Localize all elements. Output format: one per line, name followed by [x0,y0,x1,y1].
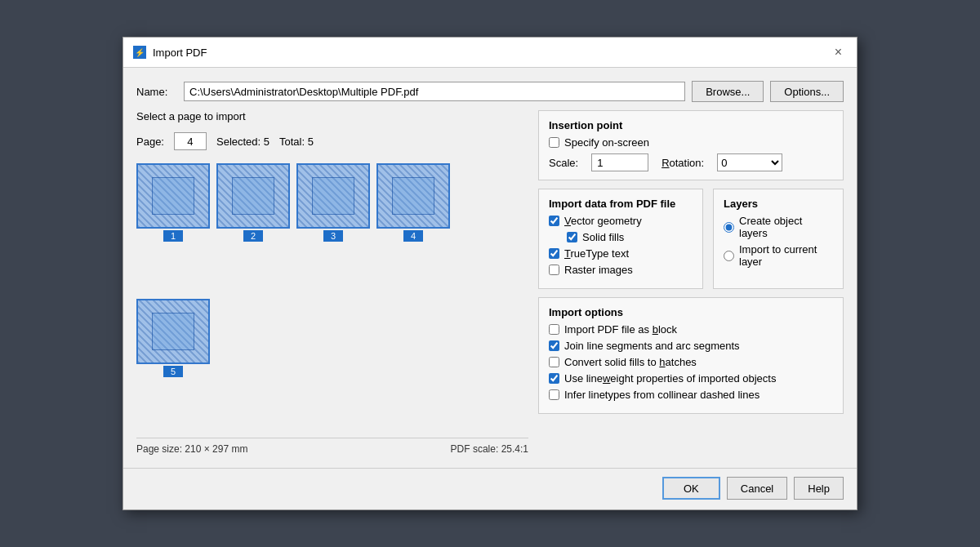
page-label: Page: [136,136,164,148]
pdf-scale-text: PDF scale: 25.4:1 [451,443,528,455]
solid-fills-label: Solid fills [582,231,624,243]
page-size-bar: Page size: 210 × 297 mm PDF scale: 25.4:… [136,438,528,455]
name-row: Name: Browse... Options... [136,81,844,102]
thumb-label-1: 1 [163,230,183,242]
infer-label: Infer linetypes from collinear dashed li… [564,389,760,401]
import-data-section: Import data from PDF file Vector geometr… [538,189,703,289]
truetype-checkbox[interactable] [549,248,559,259]
vector-checkbox[interactable] [549,216,559,226]
solid-fills-checkbox[interactable] [567,232,577,242]
import-data-title: Import data from PDF file [549,198,693,210]
as-block-label: Import PDF file as block [564,323,677,336]
thumb-label-2: 2 [243,230,263,242]
convert-fills-row: Convert solid fills to hatches [549,356,833,368]
import-data-layers-row: Import data from PDF file Vector geometr… [538,189,844,289]
right-panel: Insertion point Specify on-screen Scale:… [538,110,844,455]
as-block-row: Import PDF file as block [549,323,833,336]
name-input[interactable] [184,82,685,101]
app-icon: ⚡ [133,46,146,59]
raster-row: Raster images [549,264,693,276]
as-block-checkbox[interactable] [549,324,559,335]
thumbnail-3[interactable]: 3 [296,163,370,292]
import-current-label: Import to current layer [739,243,833,268]
cancel-button[interactable]: Cancel [727,477,787,500]
lineweight-checkbox[interactable] [549,373,559,384]
browse-button[interactable]: Browse... [692,81,764,102]
title-bar: ⚡ Import PDF × [123,38,857,68]
dialog-footer: OK Cancel Help [123,468,857,509]
insertion-point-title: Insertion point [549,119,833,131]
left-panel: Select a page to import Page: Selected: … [136,110,528,455]
insertion-point-section: Insertion point Specify on-screen Scale:… [538,110,844,180]
scale-rotation-row: Scale: Rotation: 0 90 180 270 [549,153,833,171]
page-number-input[interactable] [174,132,207,150]
join-segments-label: Join line segments and arc segments [564,340,740,352]
vector-label: Vector geometry [564,215,642,227]
thumbnails-grid: 1 2 3 [136,163,528,428]
layers-title: Layers [724,198,833,210]
import-options-section: Import options Import PDF file as block … [538,297,844,414]
thumbnail-2[interactable]: 2 [216,163,290,292]
truetype-label: TrueType text [564,247,629,260]
options-button[interactable]: Options... [770,81,844,102]
rotation-label: Rotation: [662,157,704,169]
rotation-select[interactable]: 0 90 180 270 [717,153,782,171]
ok-button[interactable]: OK [662,477,720,500]
specify-checkbox[interactable] [549,137,559,148]
raster-checkbox[interactable] [549,265,559,275]
thumbnail-5[interactable]: 5 [136,299,210,428]
main-content: Select a page to import Page: Selected: … [136,110,844,455]
thumb-label-5: 5 [163,366,183,377]
selected-count: Selected: 5 [216,136,270,148]
specify-row: Specify on-screen [549,136,833,149]
thumb-img-3 [296,163,370,229]
import-pdf-dialog: ⚡ Import PDF × Name: Browse... Options..… [122,37,858,510]
title-bar-left: ⚡ Import PDF [133,46,207,59]
lineweight-row: Use lineweight properties of imported ob… [549,372,833,385]
close-button[interactable]: × [830,44,847,60]
dialog-title: Import PDF [153,47,207,59]
scale-input[interactable] [591,153,648,171]
specify-label: Specify on-screen [564,136,649,149]
infer-row: Infer linetypes from collinear dashed li… [549,389,833,401]
create-layers-row: Create object layers [724,215,833,239]
create-layers-radio[interactable] [724,222,734,233]
convert-fills-checkbox[interactable] [549,357,559,367]
thumb-img-4 [376,163,450,229]
join-segments-row: Join line segments and arc segments [549,340,833,352]
name-label: Name: [136,86,177,98]
help-button[interactable]: Help [794,477,844,500]
join-segments-checkbox[interactable] [549,340,559,351]
truetype-row: TrueType text [549,247,693,260]
layers-section: Layers Create object layers Import to cu… [713,189,844,289]
thumb-img-2 [216,163,290,229]
vector-row: Vector geometry [549,215,693,227]
page-size-text: Page size: 210 × 297 mm [136,443,247,455]
raster-label: Raster images [564,264,633,276]
thumbnail-4[interactable]: 4 [376,163,450,292]
thumb-label-3: 3 [323,230,343,242]
thumbnail-1[interactable]: 1 [136,163,210,292]
select-page-label: Select a page to import [136,110,528,122]
solid-fills-row: Solid fills [567,231,693,243]
create-layers-label: Create object layers [739,215,833,239]
dialog-body: Name: Browse... Options... Select a page… [123,68,857,468]
import-current-row: Import to current layer [724,243,833,268]
thumb-img-1 [136,163,210,229]
import-options-title: Import options [549,306,833,318]
scale-label: Scale: [549,157,578,169]
convert-fills-label: Convert solid fills to hatches [564,356,697,368]
lineweight-label: Use lineweight properties of imported ob… [564,372,776,385]
thumb-img-5 [136,299,210,364]
page-nav: Page: Selected: 5 Total: 5 [136,132,528,150]
infer-checkbox[interactable] [549,389,559,400]
import-current-radio[interactable] [724,251,734,261]
total-count: Total: 5 [279,136,314,148]
thumb-label-4: 4 [403,230,423,242]
